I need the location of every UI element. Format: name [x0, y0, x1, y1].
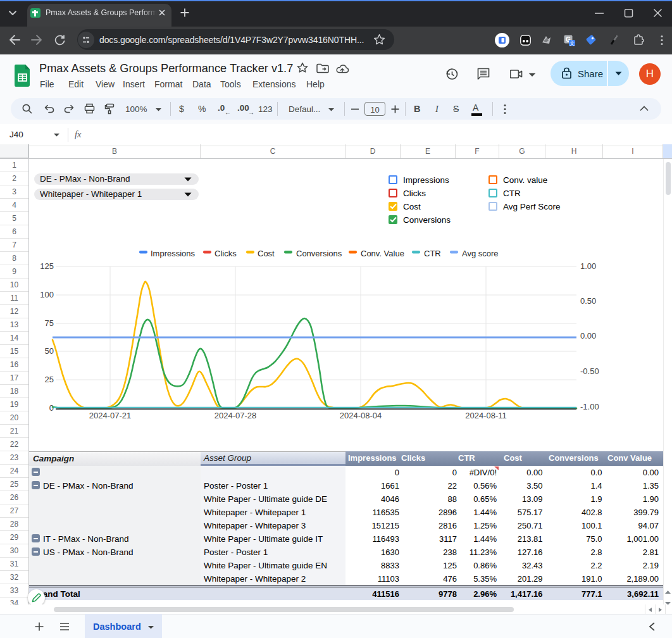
svg-text:2024-08-04: 2024-08-04 [340, 411, 382, 420]
svg-text:0.00: 0.00 [580, 331, 596, 341]
svg-text:Impressions: Impressions [151, 249, 196, 258]
svg-text:CTR: CTR [424, 249, 441, 258]
svg-text:0.50: 0.50 [580, 296, 596, 306]
svg-text:125: 125 [40, 261, 54, 271]
svg-text:2024-07-21: 2024-07-21 [89, 411, 132, 420]
svg-text:Cost: Cost [258, 249, 275, 258]
svg-text:Avg score: Avg score [462, 249, 499, 258]
svg-text:-0.50: -0.50 [580, 366, 599, 376]
svg-text:1.00: 1.00 [580, 261, 596, 271]
svg-text:2024-07-28: 2024-07-28 [215, 411, 257, 420]
svg-text:75: 75 [45, 318, 54, 328]
svg-text:Conversions: Conversions [296, 249, 342, 258]
svg-text:-1.00: -1.00 [580, 402, 599, 411]
svg-text:100: 100 [40, 290, 54, 299]
svg-text:Conv. Value: Conv. Value [361, 249, 404, 258]
svg-text:0: 0 [49, 403, 54, 413]
svg-text:50: 50 [45, 346, 54, 356]
svg-text:2024-08-11: 2024-08-11 [465, 411, 507, 420]
svg-text:25: 25 [45, 375, 54, 384]
svg-text:Clicks: Clicks [215, 249, 237, 258]
